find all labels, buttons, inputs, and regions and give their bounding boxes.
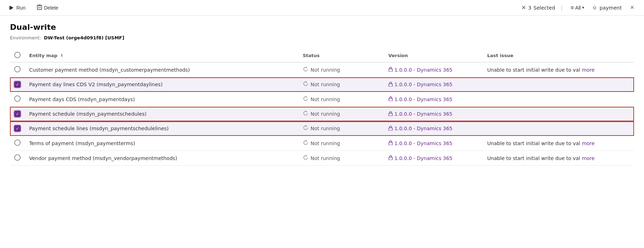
table-header: Entity map ↑ Status Version Last issue xyxy=(10,49,634,62)
version-text: 1.0.0.0 - Dynamics 365 xyxy=(395,67,452,73)
status-text: Not running xyxy=(311,67,340,73)
lock-icon xyxy=(388,111,393,117)
th-select xyxy=(10,49,25,62)
version-text: 1.0.0.0 - Dynamics 365 xyxy=(395,82,452,87)
radio-unchecked[interactable] xyxy=(14,95,21,102)
version-cell: 1.0.0.0 - Dynamics 365 xyxy=(384,107,483,121)
toolbar: Run Delete ✕ 3 Selected | ≡ All ▾ xyxy=(0,0,644,16)
radio-unchecked[interactable] xyxy=(14,66,21,72)
selected-badge: ✕ 3 Selected xyxy=(521,4,555,11)
chevron-down-icon: ▾ xyxy=(582,5,584,10)
check-cell xyxy=(10,62,25,77)
more-link[interactable]: more xyxy=(582,140,595,146)
status-cell: Not running xyxy=(299,151,384,166)
version-cell: 1.0.0.0 - Dynamics 365 xyxy=(384,62,483,77)
version-text: 1.0.0.0 - Dynamics 365 xyxy=(395,126,452,131)
check-cell xyxy=(10,92,25,107)
toolbar-right: ✕ 3 Selected | ≡ All ▾ ⛭ payment × xyxy=(521,2,637,13)
last-issue-cell xyxy=(483,92,634,107)
svg-rect-1 xyxy=(389,69,392,72)
run-button[interactable]: Run xyxy=(7,4,28,12)
th-last-issue-label: Last issue xyxy=(487,53,514,58)
svg-rect-2 xyxy=(389,84,392,87)
lock-icon xyxy=(388,96,393,102)
version-cell: 1.0.0.0 - Dynamics 365 xyxy=(384,121,483,136)
table-row: Payment day lines CDS V2 (msdyn_paymentd… xyxy=(10,77,634,92)
entity-map-cell: Customer payment method (msdyn_customerp… xyxy=(25,62,299,77)
divider: | xyxy=(561,4,563,11)
svg-rect-7 xyxy=(389,157,392,160)
th-version-label: Version xyxy=(388,53,408,58)
environment-value: DW-Test (orge4d091f8) [USMF] xyxy=(44,35,124,40)
status-text: Not running xyxy=(311,82,340,87)
radio-unchecked[interactable] xyxy=(14,154,21,161)
entity-map-cell: Vendor payment method (msdyn_vendorpayme… xyxy=(25,151,299,166)
check-cell xyxy=(10,77,25,92)
lock-icon xyxy=(388,140,393,146)
th-status-label: Status xyxy=(303,53,320,58)
th-entity-map-label: Entity map xyxy=(29,53,58,58)
table-body: Customer payment method (msdyn_customerp… xyxy=(10,62,634,166)
th-last-issue: Last issue xyxy=(483,49,634,62)
more-link[interactable]: more xyxy=(582,67,595,73)
check-cell xyxy=(10,151,25,166)
delete-icon xyxy=(37,4,42,11)
all-filter-button[interactable]: ≡ All ▾ xyxy=(568,3,586,12)
lock-icon xyxy=(388,67,393,73)
not-running-icon xyxy=(303,66,308,73)
table-row: Terms of payment (msdyn_paymentterms) No… xyxy=(10,136,634,151)
entity-map-table: Entity map ↑ Status Version Last issue C… xyxy=(10,49,634,166)
checkbox-checked[interactable] xyxy=(14,111,21,117)
svg-rect-6 xyxy=(389,142,392,145)
entity-map-cell: Terms of payment (msdyn_paymentterms) xyxy=(25,136,299,151)
header-radio[interactable] xyxy=(14,52,21,58)
status-cell: Not running xyxy=(299,92,384,107)
check-cell xyxy=(10,136,25,151)
checkbox-checked[interactable] xyxy=(14,81,21,88)
run-icon xyxy=(9,5,14,10)
delete-button[interactable]: Delete xyxy=(35,3,60,12)
version-cell: 1.0.0.0 - Dynamics 365 xyxy=(384,151,483,166)
filter-lines-icon: ≡ xyxy=(570,5,574,11)
version-text: 1.0.0.0 - Dynamics 365 xyxy=(395,140,452,146)
table-row: Customer payment method (msdyn_customerp… xyxy=(10,62,634,77)
version-text: 1.0.0.0 - Dynamics 365 xyxy=(395,97,452,102)
check-cell xyxy=(10,107,25,121)
more-link[interactable]: more xyxy=(582,155,595,161)
version-text: 1.0.0.0 - Dynamics 365 xyxy=(395,111,452,117)
run-label: Run xyxy=(16,5,26,11)
selected-count: 3 xyxy=(528,5,531,11)
svg-rect-4 xyxy=(389,113,392,116)
not-running-icon xyxy=(303,125,308,132)
sort-icon[interactable]: ↑ xyxy=(60,54,63,58)
status-cell: Not running xyxy=(299,107,384,121)
status-text: Not running xyxy=(311,155,340,161)
delete-label: Delete xyxy=(44,5,58,11)
filter-area: ⛭ payment xyxy=(592,5,622,11)
check-cell xyxy=(10,121,25,136)
status-cell: Not running xyxy=(299,136,384,151)
status-text: Not running xyxy=(311,140,340,146)
radio-unchecked[interactable] xyxy=(14,139,21,146)
version-text: 1.0.0.0 - Dynamics 365 xyxy=(395,155,452,161)
svg-rect-3 xyxy=(389,98,392,101)
th-version: Version xyxy=(384,49,483,62)
all-label: All xyxy=(575,5,581,11)
version-cell: 1.0.0.0 - Dynamics 365 xyxy=(384,136,483,151)
status-cell: Not running xyxy=(299,77,384,92)
th-entity-map: Entity map ↑ xyxy=(25,49,299,62)
table-row: Payment days CDS (msdyn_paymentdays) Not… xyxy=(10,92,634,107)
toolbar-left: Run Delete xyxy=(7,3,60,12)
entity-map-cell: Payment days CDS (msdyn_paymentdays) xyxy=(25,92,299,107)
close-button[interactable]: × xyxy=(627,2,637,13)
main-content: Dual-write Environment: DW-Test (orge4d0… xyxy=(0,16,644,173)
checkbox-checked[interactable] xyxy=(14,125,21,132)
last-issue-cell: Unable to start initial write due to val… xyxy=(483,151,634,166)
not-running-icon xyxy=(303,110,308,117)
filter-text: payment xyxy=(600,5,622,11)
table-row: Payment schedule (msdyn_paymentschedules… xyxy=(10,107,634,121)
last-issue-cell xyxy=(483,77,634,92)
selected-label: Selected xyxy=(533,5,555,11)
close-selection-icon[interactable]: ✕ xyxy=(521,4,526,11)
status-text: Not running xyxy=(311,126,340,131)
